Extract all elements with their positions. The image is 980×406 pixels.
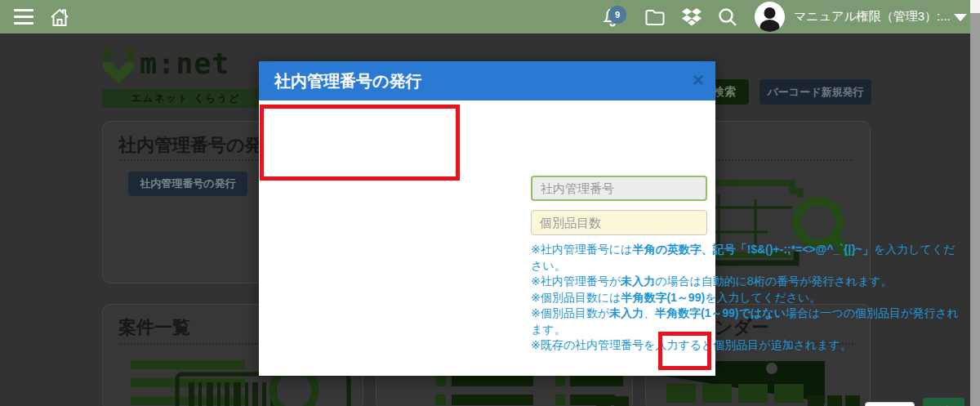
- home-icon[interactable]: [47, 0, 72, 33]
- main-card-title: 社内管理番号の発行: [118, 133, 281, 158]
- app-window: { "topbar": { "badge": "9", "user_label"…: [0, 0, 980, 406]
- chevron-down-icon[interactable]: [954, 14, 967, 21]
- logo-brand-text: m:net: [140, 47, 229, 80]
- scrollbar-thumb[interactable]: [970, 0, 980, 13]
- managed-number-input[interactable]: [531, 176, 707, 201]
- modal-notes: ※社内管理番号には半角の英数字、記号「!$&()+-:;*=<>@^_`{|}~…: [531, 242, 964, 354]
- note-line: ※社内管理番号が未入力の場合は自動的に8桁の番号が発行されます。: [531, 274, 964, 290]
- close-icon[interactable]: ×: [693, 68, 704, 92]
- dropbox-icon[interactable]: [679, 0, 705, 33]
- modal-close-button[interactable]: 閉じる: [865, 402, 915, 406]
- issue-number-modal: 社内管理番号の発行 × ※社内管理番号には半角の英数字、記号「!$&()+-:;…: [259, 61, 715, 376]
- note-line: ※個別品目数には半角数字(1～99)を入力してください。: [531, 290, 964, 306]
- logo-tagline-bar: エムネット くらうど: [102, 89, 270, 108]
- scrollbar-track[interactable]: [970, 0, 980, 406]
- user-menu-label[interactable]: マニュアル権限（管理3）:...: [794, 0, 951, 33]
- logo-tagline: エムネット くらうど: [131, 91, 241, 105]
- menu-icon[interactable]: [11, 0, 36, 33]
- logo-m-icon: [102, 49, 136, 87]
- barcode-new-issue-button[interactable]: バーコード新規発行: [760, 79, 871, 105]
- list-bar-illustration: [131, 360, 245, 369]
- document-rows-illustration: [429, 373, 633, 406]
- folder-icon[interactable]: [642, 0, 668, 33]
- modal-title: 社内管理番号の発行: [274, 61, 421, 100]
- note-line: ※個別品目数が未入力、半角数字(1～99)ではない場合は一つの個別品目が発行され…: [531, 306, 964, 337]
- top-bar: 9 マニュアル権限（: [0, 0, 980, 33]
- item-count-input[interactable]: [531, 210, 707, 235]
- modal-issue-button[interactable]: 発行: [923, 398, 964, 406]
- search-icon[interactable]: [715, 0, 741, 33]
- notification-badge: 9: [608, 6, 626, 24]
- page-issue-number-button[interactable]: 社内管理番号の発行: [128, 172, 247, 196]
- note-line: ※社内管理番号には半角の英数字、記号「!$&()+-:;*=<>@^_`{|}~…: [531, 242, 964, 274]
- modal-header: 社内管理番号の発行 ×: [259, 61, 715, 100]
- projects-card-title: 案件一覧: [118, 315, 190, 340]
- note-line: ※既存の社内管理番号を入力すると個別品目が追加されます。: [531, 337, 964, 354]
- avatar[interactable]: [755, 2, 785, 32]
